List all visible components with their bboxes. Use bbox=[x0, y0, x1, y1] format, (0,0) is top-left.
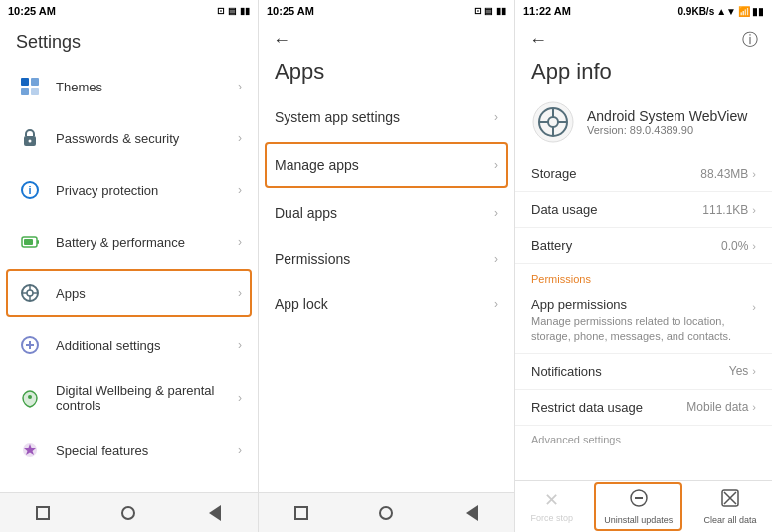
svg-rect-9 bbox=[37, 240, 39, 244]
status-icons-1: ⊡ ▤ ▮▮ bbox=[217, 6, 250, 16]
permissions-content: App permissions Manage permissions relat… bbox=[531, 297, 752, 345]
app-name-block: Android System WebView Version: 89.0.438… bbox=[587, 108, 747, 136]
dual-apps-chevron: › bbox=[494, 206, 498, 220]
nav-square-1[interactable] bbox=[31, 501, 55, 525]
info-icon[interactable]: ⓘ bbox=[742, 30, 758, 51]
apps-item-permissions[interactable]: Permissions › bbox=[259, 236, 514, 281]
passwords-icon bbox=[16, 124, 44, 152]
status-bar-3: 11:22 AM 0.9KB/s ▲▼ 📶 ▮▮ bbox=[515, 0, 772, 22]
svg-point-12 bbox=[27, 290, 33, 296]
battery-label: Battery & performance bbox=[56, 235, 238, 250]
status-bar-2: 10:25 AM ⊡ ▤ ▮▮ bbox=[259, 0, 514, 22]
settings-item-privacy[interactable]: i Privacy protection › bbox=[0, 164, 258, 216]
app-permissions-title: App permissions bbox=[531, 297, 752, 312]
settings-title: Settings bbox=[0, 22, 258, 61]
apps-icon bbox=[16, 279, 44, 307]
nav-circle-1[interactable] bbox=[116, 501, 140, 525]
nav-circle-2[interactable] bbox=[374, 501, 398, 525]
notifications-chevron: › bbox=[752, 365, 756, 377]
themes-label: Themes bbox=[56, 80, 238, 94]
restrict-value: Mobile data bbox=[686, 400, 748, 414]
app-lock-label: App lock bbox=[275, 296, 494, 312]
dual-apps-label: Dual apps bbox=[275, 205, 494, 221]
apps-panel-header: ← bbox=[259, 22, 514, 55]
privacy-icon: i bbox=[16, 176, 44, 204]
time-2: 10:25 AM bbox=[267, 5, 314, 17]
nav-back-2[interactable] bbox=[460, 501, 483, 525]
notifications-row[interactable]: Notifications Yes › bbox=[515, 354, 772, 390]
battery-row[interactable]: Battery 0.0% › bbox=[515, 228, 772, 264]
svg-point-5 bbox=[29, 140, 32, 143]
battery-chevron: › bbox=[238, 235, 242, 249]
action-bar: ✕ Force stop Uninstall updates Clear all… bbox=[515, 480, 772, 532]
apps-item-dual[interactable]: Dual apps › bbox=[259, 190, 514, 236]
app-icon bbox=[531, 100, 575, 144]
app-info-panel: 11:22 AM 0.9KB/s ▲▼ 📶 ▮▮ ← ⓘ App info An… bbox=[515, 0, 772, 532]
settings-item-themes[interactable]: Themes › bbox=[0, 61, 258, 112]
svg-rect-10 bbox=[24, 239, 33, 245]
wellbeing-chevron: › bbox=[238, 391, 242, 405]
apps-item-applock[interactable]: App lock › bbox=[259, 281, 514, 327]
wellbeing-label: Digital Wellbeing & parental controls bbox=[56, 383, 238, 413]
restrict-label: Restrict data usage bbox=[531, 400, 686, 415]
app-lock-chevron: › bbox=[494, 297, 498, 311]
restrict-row[interactable]: Restrict data usage Mobile data › bbox=[515, 390, 772, 426]
additional-chevron: › bbox=[238, 338, 242, 352]
apps-item-system[interactable]: System app settings › bbox=[259, 94, 514, 140]
special-label: Special features bbox=[56, 443, 238, 458]
bottom-nav-2 bbox=[259, 492, 514, 532]
app-info-header-bar: ← ⓘ bbox=[515, 22, 772, 55]
apps-item-manage[interactable]: Manage apps › bbox=[265, 142, 508, 188]
uninstall-updates-button[interactable]: Uninstall updates bbox=[594, 482, 682, 532]
force-stop-icon: ✕ bbox=[544, 489, 559, 511]
permissions-chevron: › bbox=[494, 252, 498, 266]
app-permissions-row[interactable]: App permissions Manage permissions relat… bbox=[515, 289, 772, 354]
settings-item-special[interactable]: Special features › bbox=[0, 425, 258, 476]
special-chevron: › bbox=[238, 443, 242, 457]
battery-icon bbox=[16, 228, 44, 256]
permissions-section-header: Permissions bbox=[515, 264, 772, 289]
time-3: 11:22 AM bbox=[523, 5, 571, 17]
notifications-label: Notifications bbox=[531, 364, 729, 379]
app-permissions-chevron: › bbox=[752, 301, 756, 313]
manage-apps-chevron: › bbox=[494, 158, 498, 172]
apps-list: System app settings › Manage apps › Dual… bbox=[259, 94, 514, 492]
privacy-label: Privacy protection bbox=[56, 183, 238, 198]
status-icons-2: ⊡ ▤ ▮▮ bbox=[474, 6, 506, 16]
advanced-settings-label: Advanced settings bbox=[515, 426, 772, 449]
time-1: 10:25 AM bbox=[8, 5, 56, 17]
data-usage-label: Data usage bbox=[531, 202, 702, 217]
wellbeing-icon bbox=[16, 384, 44, 412]
clear-all-data-label: Clear all data bbox=[703, 515, 756, 526]
uninstall-updates-icon bbox=[629, 488, 649, 513]
notifications-value: Yes bbox=[729, 364, 749, 378]
storage-label: Storage bbox=[531, 166, 700, 181]
force-stop-button[interactable]: ✕ Force stop bbox=[521, 483, 584, 530]
restrict-chevron: › bbox=[752, 401, 756, 413]
system-app-settings-label: System app settings bbox=[275, 109, 494, 125]
app-name: Android System WebView bbox=[587, 108, 747, 124]
clear-all-data-button[interactable]: Clear all data bbox=[693, 482, 766, 532]
settings-item-additional[interactable]: Additional settings › bbox=[0, 319, 258, 371]
nav-back-1[interactable] bbox=[203, 501, 227, 525]
app-info-title: App info bbox=[515, 55, 772, 94]
apps-label: Apps bbox=[56, 286, 238, 301]
battery-row-value: 0.0% bbox=[721, 239, 748, 253]
app-info-back-button[interactable]: ← bbox=[529, 30, 547, 51]
nav-square-2[interactable] bbox=[290, 501, 313, 525]
settings-item-apps[interactable]: Apps › bbox=[6, 269, 252, 317]
data-usage-value: 111.1KB bbox=[702, 203, 748, 217]
data-usage-row[interactable]: Data usage 111.1KB › bbox=[515, 192, 772, 228]
force-stop-label: Force stop bbox=[531, 513, 574, 524]
settings-item-mi[interactable]: MI Mi Account › bbox=[0, 476, 258, 492]
settings-panel: 10:25 AM ⊡ ▤ ▮▮ Settings Themes › bbox=[0, 0, 259, 532]
manage-apps-label: Manage apps bbox=[275, 157, 494, 173]
settings-item-wellbeing[interactable]: Digital Wellbeing & parental controls › bbox=[0, 371, 258, 425]
apps-back-button[interactable]: ← bbox=[273, 30, 290, 51]
storage-row[interactable]: Storage 88.43MB › bbox=[515, 156, 772, 192]
settings-item-battery[interactable]: Battery & performance › bbox=[0, 216, 258, 267]
passwords-label: Passwords & security bbox=[56, 131, 238, 146]
svg-point-20 bbox=[28, 395, 32, 399]
special-icon bbox=[16, 437, 44, 464]
settings-item-passwords[interactable]: Passwords & security › bbox=[0, 112, 258, 164]
